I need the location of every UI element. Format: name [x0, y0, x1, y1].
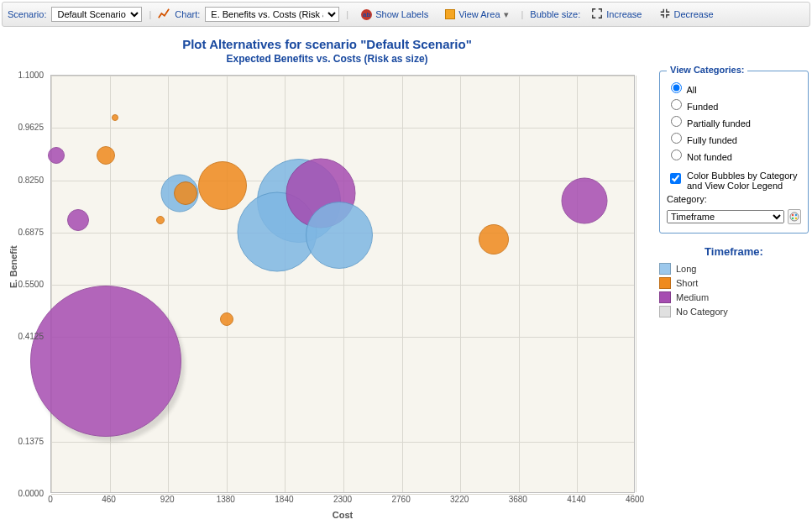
view-category-option: Partially funded [687, 118, 751, 129]
color-picker-button[interactable] [788, 209, 801, 224]
show-labels-button[interactable]: ab Show Labels [355, 7, 434, 23]
svg-point-4 [795, 218, 797, 219]
legend-item: Short [659, 277, 809, 289]
y-tick-label: 0.5500 [0, 280, 44, 289]
bubble[interactable] [156, 216, 165, 224]
x-tick-label: 3680 [509, 495, 527, 504]
bubble[interactable] [198, 161, 247, 210]
increase-text: Increase [606, 9, 642, 19]
labels-icon: ab [361, 9, 372, 20]
y-tick-label: 0.6875 [0, 228, 44, 237]
x-tick-label: 3220 [450, 495, 469, 504]
expand-icon [591, 8, 603, 21]
y-tick-label: 0.4125 [0, 332, 44, 341]
legend-item: No Category [659, 306, 809, 317]
bubble[interactable] [220, 312, 233, 326]
chart-subtitle: Expected Benefits vs. Costs (Risk as siz… [3, 53, 651, 65]
bubble-size-label: Bubble size: [530, 9, 580, 19]
separator: | [344, 9, 350, 19]
view-category-radio[interactable] [671, 150, 682, 160]
x-tick-label: 4140 [567, 495, 585, 504]
legend-swatch [659, 277, 671, 289]
x-axis-label: Cost [50, 510, 635, 520]
separator: | [147, 9, 153, 19]
bubble[interactable] [174, 181, 197, 205]
svg-point-0 [790, 213, 799, 221]
view-category-option: All [686, 85, 696, 95]
increase-button[interactable]: Increase [585, 5, 647, 24]
palette-icon [789, 212, 799, 222]
legend-swatch [659, 291, 671, 303]
scenario-select[interactable]: Default Scenario [51, 7, 142, 22]
bubble[interactable] [30, 286, 181, 437]
bubble[interactable] [67, 209, 89, 231]
decrease-text: Decrease [674, 9, 714, 19]
chevron-down-icon: ▾ [504, 9, 509, 20]
bubble[interactable] [97, 146, 115, 165]
legend-swatch [659, 263, 671, 275]
x-tick-label: 2760 [391, 495, 410, 504]
view-category-radio[interactable] [671, 116, 682, 127]
legend-label: Medium [676, 292, 709, 302]
view-area-text: View Area [458, 9, 500, 19]
view-categories-panel: View Categories: All Funded Partially fu… [659, 71, 809, 234]
chart-select[interactable]: E. Benefits vs. Costs (Risk as size) [205, 7, 339, 22]
toolbar: Scenario: Default Scenario | Chart: E. B… [2, 2, 810, 27]
legend-label: No Category [676, 307, 728, 317]
svg-point-2 [795, 214, 797, 216]
collapse-icon [659, 8, 671, 21]
legend-title: Timeframe: [659, 245, 809, 258]
chart-area[interactable]: E. Benefit Cost 0.00000.13750.41250.5500… [3, 70, 651, 530]
legend-item: Medium [659, 291, 809, 303]
legend-swatch [659, 306, 671, 317]
y-tick-label: 0.1375 [0, 437, 44, 446]
y-tick-label: 1.1000 [0, 71, 44, 80]
view-category-radio[interactable] [671, 133, 682, 144]
separator: | [520, 9, 526, 19]
chart-label: Chart: [175, 9, 200, 19]
legend: LongShortMediumNo Category [659, 263, 809, 317]
x-tick-label: 460 [102, 495, 116, 504]
x-tick-label: 0 [48, 495, 53, 504]
scenario-label: Scenario: [8, 9, 46, 19]
chart-icon [158, 8, 170, 21]
view-category-option: Fully funded [687, 135, 737, 145]
y-tick-label: 0.8250 [0, 176, 44, 185]
view-category-radio[interactable] [671, 99, 682, 110]
view-category-option: Not funded [687, 152, 732, 162]
decrease-button[interactable]: Decrease [653, 5, 720, 24]
chart-title: Plot Alternatives for scenario "Default … [3, 37, 651, 51]
y-tick-label: 0.0000 [0, 489, 44, 498]
bubble[interactable] [562, 178, 608, 224]
view-categories-title: View Categories: [667, 65, 747, 75]
bubble[interactable] [479, 224, 509, 255]
plot-area[interactable] [50, 75, 635, 493]
x-tick-label: 4600 [626, 495, 644, 504]
legend-item: Long [659, 263, 809, 275]
category-label: Category: [667, 194, 801, 204]
legend-label: Short [676, 278, 698, 288]
category-select[interactable]: Timeframe [667, 210, 784, 223]
view-area-button[interactable]: View Area ▾ [439, 7, 514, 23]
x-tick-label: 2300 [333, 495, 352, 504]
color-bubbles-checkbox[interactable] [670, 173, 681, 184]
x-tick-label: 920 [160, 495, 175, 504]
sidebar: View Categories: All Funded Partially fu… [659, 32, 809, 530]
bubble[interactable] [48, 147, 65, 164]
color-bubbles-label: Color Bubbles by Category and View Color… [687, 171, 801, 191]
legend-label: Long [676, 264, 696, 274]
view-category-option: Funded [687, 102, 718, 112]
bubble[interactable] [306, 202, 373, 269]
view-category-radio[interactable] [671, 82, 682, 93]
view-area-icon [445, 9, 455, 19]
y-tick-label: 0.9625 [0, 123, 44, 132]
x-tick-label: 1840 [275, 495, 293, 504]
svg-point-3 [792, 218, 794, 219]
x-tick-label: 1380 [217, 495, 235, 504]
bubble[interactable] [112, 114, 118, 121]
show-labels-text: Show Labels [375, 9, 428, 19]
svg-point-1 [792, 214, 794, 216]
